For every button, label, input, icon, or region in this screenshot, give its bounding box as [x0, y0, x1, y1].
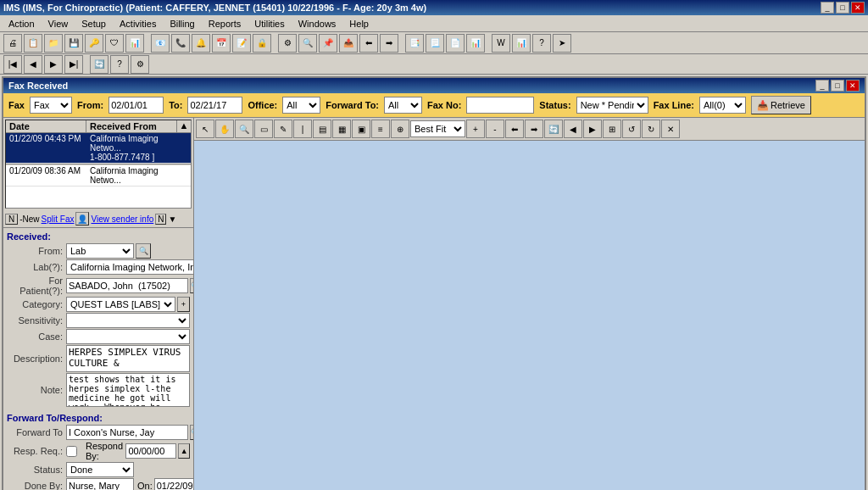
tb-btn-3[interactable]: 📁 [44, 34, 63, 53]
tb-btn-27[interactable]: ➤ [553, 34, 571, 53]
viewer-next[interactable]: ▶ [583, 120, 602, 138]
fax-close[interactable]: ✕ [846, 80, 860, 92]
tb2-btn-1[interactable]: |◀ [3, 55, 22, 74]
menu-action[interactable]: Action [3, 17, 40, 31]
zoom-out-btn[interactable]: - [486, 120, 504, 138]
tb-btn-15[interactable]: 🔍 [298, 34, 317, 53]
menu-view[interactable]: View [43, 17, 74, 31]
tb-btn-17[interactable]: 📤 [339, 34, 358, 53]
menu-activities[interactable]: Activities [114, 17, 161, 31]
tb-btn-22[interactable]: 📄 [446, 34, 465, 53]
status-select[interactable]: New * Pendir [576, 97, 648, 114]
zoom-in-btn[interactable]: + [466, 120, 485, 138]
fax-minimize[interactable]: _ [815, 80, 829, 92]
respond-by-input[interactable] [125, 443, 176, 459]
fax-list-row[interactable]: 01/22/09 04:43 PM California Imaging Net… [6, 133, 191, 164]
note-textarea[interactable]: test shows that it is herpes simplex l-t… [66, 373, 190, 407]
viewer-bar2[interactable]: ▤ [313, 120, 331, 138]
case-select[interactable] [66, 329, 190, 344]
viewer-move-btn[interactable]: ✋ [215, 120, 234, 138]
tb-btn-8[interactable]: 📧 [151, 34, 170, 53]
tb-btn-24[interactable]: W [492, 34, 510, 53]
from-select[interactable]: Lab [66, 243, 134, 259]
tb-btn-10[interactable]: 🔔 [192, 34, 210, 53]
from-search-btn[interactable]: 🔍 [136, 243, 151, 259]
forward-to-select[interactable]: All [384, 97, 422, 114]
tb-btn-19[interactable]: ➡ [380, 34, 398, 53]
viewer-thumbs[interactable]: ⊞ [603, 120, 621, 138]
tb2-btn-3[interactable]: ▶ [44, 55, 63, 74]
viewer-nav-right[interactable]: ➡ [525, 120, 543, 138]
menu-windows[interactable]: Windows [293, 17, 342, 31]
menu-setup[interactable]: Setup [76, 17, 111, 31]
scroll-up-arrow[interactable]: ▲ [177, 120, 191, 132]
done-by-input[interactable] [66, 478, 134, 490]
tb-btn-23[interactable]: 📊 [466, 34, 485, 53]
tb-btn-26[interactable]: ? [532, 34, 551, 53]
tb2-btn-4[interactable]: ▶| [64, 55, 83, 74]
zoom-select[interactable]: Best Fit [410, 120, 465, 137]
fax-line-select[interactable]: All(0) [699, 97, 746, 114]
viewer-arrow-btn[interactable]: ↖ [196, 120, 214, 138]
description-textarea[interactable]: HERPES SIMPLEX VIRUS CULTURE & [66, 345, 190, 372]
viewer-zoom-btn[interactable]: 🔍 [235, 120, 253, 138]
retrieve-button[interactable]: 📥 Retrieve [751, 96, 811, 114]
tb-btn-18[interactable]: ⬅ [359, 34, 378, 53]
fax-type-select[interactable]: Fax [30, 97, 72, 114]
fax-maximize[interactable]: □ [831, 80, 844, 92]
split-fax-link[interactable]: Split Fax [42, 214, 75, 224]
viewer-bar4[interactable]: ▣ [352, 120, 370, 138]
viewer-prev[interactable]: ◀ [564, 120, 582, 138]
viewer-bar5[interactable]: ≡ [371, 120, 390, 138]
status-done-select[interactable]: Done [66, 462, 134, 477]
respond-by-btn[interactable]: ▲ [178, 443, 190, 459]
tb2-btn-5[interactable]: 🔄 [90, 55, 108, 74]
on-date-input[interactable] [154, 478, 194, 490]
tb2-btn-6[interactable]: ? [110, 55, 129, 74]
minimize-button[interactable]: _ [821, 2, 834, 14]
office-select[interactable]: All [282, 97, 320, 114]
viewer-close[interactable]: ✕ [661, 120, 680, 138]
category-select[interactable]: QUEST LABS [LABS] [66, 297, 175, 312]
view-sender-btn[interactable]: 👤 [75, 212, 89, 226]
to-date-input[interactable] [187, 97, 242, 114]
viewer-zoom-area[interactable]: ⊕ [391, 120, 409, 138]
fax-no-input[interactable] [466, 97, 534, 114]
tb-btn-11[interactable]: 📅 [212, 34, 231, 53]
viewer-rotate-ccw[interactable]: ↺ [622, 120, 641, 138]
resp-req-checkbox[interactable] [66, 446, 77, 457]
tb-btn-9[interactable]: 📞 [171, 34, 190, 53]
tb-btn-6[interactable]: 🛡 [105, 34, 124, 53]
view-sender-link[interactable]: View sender info [91, 214, 153, 224]
sensitivity-select[interactable] [66, 313, 190, 328]
tb-btn-25[interactable]: 📊 [512, 34, 531, 53]
close-button[interactable]: ✕ [851, 2, 865, 14]
tb-btn-2[interactable]: 📋 [24, 34, 42, 53]
forward-to-input[interactable] [66, 425, 188, 440]
menu-billing[interactable]: Billing [164, 17, 199, 31]
tb-btn-16[interactable]: 📌 [319, 34, 337, 53]
menu-utilities[interactable]: Utilities [249, 17, 289, 31]
tb-btn-21[interactable]: 📃 [426, 34, 444, 53]
menu-help[interactable]: Help [344, 17, 374, 31]
tb-btn-13[interactable]: 🔒 [253, 34, 271, 53]
patient-input[interactable] [66, 278, 188, 293]
viewer-pen-btn[interactable]: ✎ [274, 120, 292, 138]
tb-btn-20[interactable]: 📑 [405, 34, 424, 53]
tb-btn-5[interactable]: 🔑 [85, 34, 103, 53]
tb-btn-1[interactable]: 🖨 [3, 34, 22, 53]
viewer-nav-left[interactable]: ⬅ [505, 120, 524, 138]
menu-reports[interactable]: Reports [203, 17, 247, 31]
viewer-select-btn[interactable]: ▭ [254, 120, 273, 138]
from-date-input[interactable] [108, 97, 164, 114]
tb2-btn-2[interactable]: ◀ [24, 55, 42, 74]
tb-btn-12[interactable]: 📝 [232, 34, 251, 53]
viewer-rotate-cw[interactable]: ↻ [642, 120, 660, 138]
viewer-bar3[interactable]: ▦ [332, 120, 351, 138]
tb2-btn-7[interactable]: ⚙ [131, 55, 149, 74]
tb-btn-4[interactable]: 💾 [64, 34, 83, 53]
fax-list-row-2[interactable]: 01/20/09 08:36 AM California Imaging Net… [6, 165, 191, 187]
viewer-bar1[interactable]: | [293, 120, 312, 138]
viewer-refresh[interactable]: 🔄 [544, 120, 563, 138]
lab-select[interactable]: California Imaging Network, Inc. [66, 259, 194, 275]
